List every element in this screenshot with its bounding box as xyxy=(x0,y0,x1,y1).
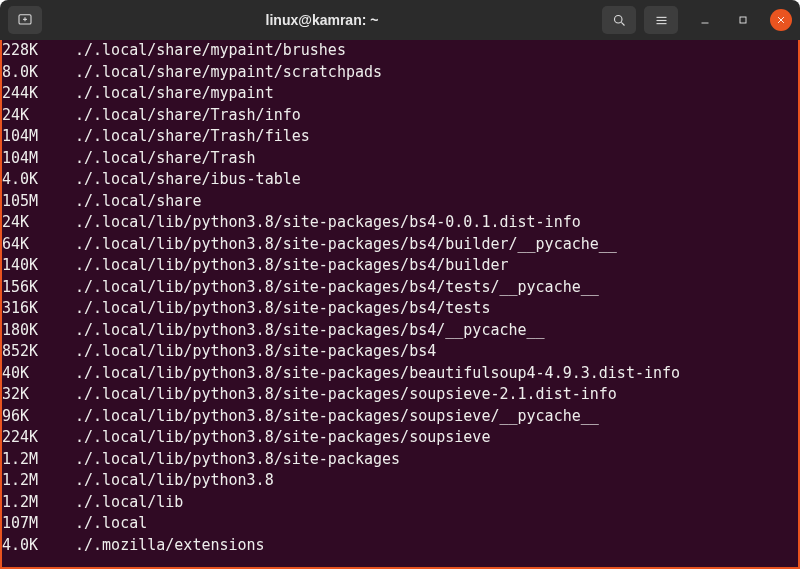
path-cell: ./.local/lib/python3.8/site-packages/bs4… xyxy=(74,298,490,320)
path-cell: ./.local/lib/python3.8/site-packages/bs4… xyxy=(74,212,581,234)
output-row: 4.0K./.mozilla/extensions xyxy=(2,535,794,557)
path-cell: ./.local/lib/python3.8 xyxy=(74,470,274,492)
path-cell: ./.local/lib/python3.8/site-packages/bs4… xyxy=(74,277,599,299)
path-cell: ./.local/share/Trash xyxy=(74,148,256,170)
search-icon xyxy=(612,13,627,28)
size-cell: 107M xyxy=(2,513,74,535)
titlebar-right xyxy=(602,6,792,34)
path-cell: ./.local/share/mypaint xyxy=(74,83,274,105)
titlebar: linux@kamran: ~ xyxy=(0,0,800,40)
output-row: 156K./.local/lib/python3.8/site-packages… xyxy=(2,277,794,299)
hamburger-icon xyxy=(654,13,669,28)
path-cell: ./.local/lib/python3.8/site-packages/sou… xyxy=(74,406,599,428)
path-cell: ./.local/share/mypaint/scratchpads xyxy=(74,62,382,84)
output-row: 224K./.local/lib/python3.8/site-packages… xyxy=(2,427,794,449)
terminal-window: linux@kamran: ~ xyxy=(0,0,800,569)
size-cell: 228K xyxy=(2,40,74,62)
size-cell: 1.2M xyxy=(2,449,74,471)
output-row: 24K./.local/lib/python3.8/site-packages/… xyxy=(2,212,794,234)
path-cell: ./.local/share/ibus-table xyxy=(74,169,301,191)
output-row: 140K./.local/lib/python3.8/site-packages… xyxy=(2,255,794,277)
minimize-icon xyxy=(699,14,711,26)
size-cell: 104M xyxy=(2,148,74,170)
size-cell: 32K xyxy=(2,384,74,406)
close-icon xyxy=(776,15,786,25)
path-cell: ./.local/lib/python3.8/site-packages/bs4 xyxy=(74,341,436,363)
svg-point-3 xyxy=(614,15,622,23)
size-cell: 96K xyxy=(2,406,74,428)
output-row: 1.2M./.local/lib/python3.8/site-packages xyxy=(2,449,794,471)
size-cell: 140K xyxy=(2,255,74,277)
minimize-button[interactable] xyxy=(694,9,716,31)
output-row: 228K./.local/share/mypaint/brushes xyxy=(2,40,794,62)
output-row: 32K./.local/lib/python3.8/site-packages/… xyxy=(2,384,794,406)
size-cell: 316K xyxy=(2,298,74,320)
output-row: 244K./.local/share/mypaint xyxy=(2,83,794,105)
path-cell: ./.local/share xyxy=(74,191,201,213)
size-cell: 4.0K xyxy=(2,535,74,557)
search-button[interactable] xyxy=(602,6,636,34)
output-row: 4.0K./.local/share/ibus-table xyxy=(2,169,794,191)
path-cell: ./.local/lib xyxy=(74,492,183,514)
path-cell: ./.local/share/mypaint/brushes xyxy=(74,40,346,62)
terminal-output: 228K./.local/share/mypaint/brushes8.0K./… xyxy=(2,40,798,556)
new-tab-icon xyxy=(17,12,33,28)
output-row: 180K./.local/lib/python3.8/site-packages… xyxy=(2,320,794,342)
menu-button[interactable] xyxy=(644,6,678,34)
size-cell: 24K xyxy=(2,105,74,127)
path-cell: ./.local/lib/python3.8/site-packages/bs4… xyxy=(74,320,545,342)
size-cell: 852K xyxy=(2,341,74,363)
path-cell: ./.local/lib/python3.8/site-packages/bs4… xyxy=(74,234,617,256)
output-row: 104M./.local/share/Trash xyxy=(2,148,794,170)
path-cell: ./.local/lib/python3.8/site-packages/bs4… xyxy=(74,255,508,277)
size-cell: 105M xyxy=(2,191,74,213)
output-row: 1.2M./.local/lib/python3.8 xyxy=(2,470,794,492)
path-cell: ./.mozilla/extensions xyxy=(74,535,265,557)
path-cell: ./.local/lib/python3.8/site-packages/sou… xyxy=(74,427,490,449)
path-cell: ./.local/lib/python3.8/site-packages/bea… xyxy=(74,363,680,385)
titlebar-left xyxy=(8,6,42,34)
size-cell: 1.2M xyxy=(2,492,74,514)
size-cell: 40K xyxy=(2,363,74,385)
output-row: 852K./.local/lib/python3.8/site-packages… xyxy=(2,341,794,363)
size-cell: 104M xyxy=(2,126,74,148)
path-cell: ./.local/share/Trash/files xyxy=(74,126,310,148)
output-row: 1.2M./.local/lib xyxy=(2,492,794,514)
path-cell: ./.local/share/Trash/info xyxy=(74,105,301,127)
output-row: 64K./.local/lib/python3.8/site-packages/… xyxy=(2,234,794,256)
output-row: 316K./.local/lib/python3.8/site-packages… xyxy=(2,298,794,320)
size-cell: 244K xyxy=(2,83,74,105)
output-row: 105M./.local/share xyxy=(2,191,794,213)
size-cell: 8.0K xyxy=(2,62,74,84)
output-row: 104M./.local/share/Trash/files xyxy=(2,126,794,148)
size-cell: 64K xyxy=(2,234,74,256)
new-tab-button[interactable] xyxy=(8,6,42,34)
output-row: 24K./.local/share/Trash/info xyxy=(2,105,794,127)
svg-rect-9 xyxy=(740,17,746,23)
window-title: linux@kamran: ~ xyxy=(48,12,596,28)
size-cell: 224K xyxy=(2,427,74,449)
size-cell: 24K xyxy=(2,212,74,234)
size-cell: 1.2M xyxy=(2,470,74,492)
output-row: 107M./.local xyxy=(2,513,794,535)
size-cell: 4.0K xyxy=(2,169,74,191)
output-row: 40K./.local/lib/python3.8/site-packages/… xyxy=(2,363,794,385)
path-cell: ./.local xyxy=(74,513,147,535)
close-button[interactable] xyxy=(770,9,792,31)
terminal-area[interactable]: 228K./.local/share/mypaint/brushes8.0K./… xyxy=(0,40,800,569)
size-cell: 180K xyxy=(2,320,74,342)
maximize-icon xyxy=(737,14,749,26)
output-row: 96K./.local/lib/python3.8/site-packages/… xyxy=(2,406,794,428)
path-cell: ./.local/lib/python3.8/site-packages/sou… xyxy=(74,384,617,406)
size-cell: 156K xyxy=(2,277,74,299)
svg-line-4 xyxy=(621,22,624,25)
output-row: 8.0K./.local/share/mypaint/scratchpads xyxy=(2,62,794,84)
path-cell: ./.local/lib/python3.8/site-packages xyxy=(74,449,400,471)
maximize-button[interactable] xyxy=(732,9,754,31)
